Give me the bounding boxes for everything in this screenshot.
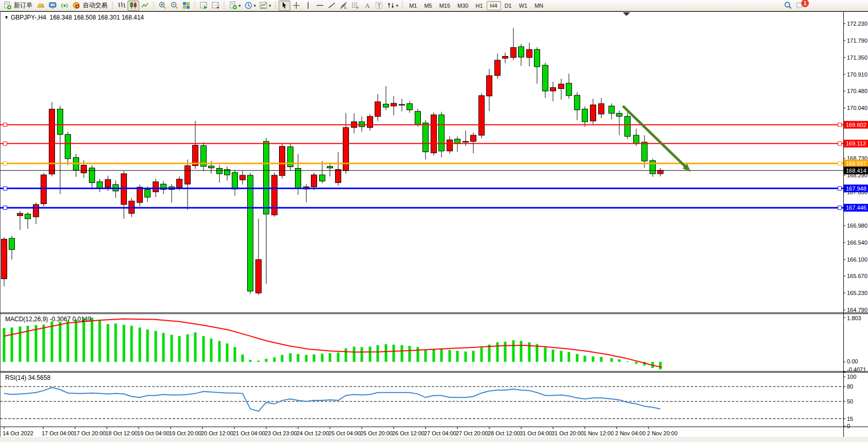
svg-text:T: T: [377, 3, 381, 9]
line-handle[interactable]: [4, 142, 7, 145]
line-chart-button[interactable]: [139, 1, 151, 11]
time-axis-label: 1 Nov 12:00: [583, 430, 614, 436]
macd-histogram-bar: [611, 358, 613, 362]
candle-body: [217, 169, 223, 174]
macd-histogram-bar: [297, 354, 300, 362]
autotrading-button[interactable]: 自动交易: [70, 1, 110, 11]
time-axis-label: 25 Oct 20:00: [360, 430, 393, 436]
chart-title: ▼GBPJPY-,H4 168.348 168.508 168.301 168.…: [4, 14, 144, 21]
chart-canvas[interactable]: 172.230171.790171.350170.910170.480170.0…: [0, 11, 868, 442]
deposit-button[interactable]: [35, 1, 47, 11]
line-handle[interactable]: [4, 206, 7, 210]
zoom-out-button[interactable]: [169, 1, 180, 11]
candle-body: [280, 146, 285, 176]
line-handle[interactable]: [838, 142, 842, 145]
label-button[interactable]: T: [373, 1, 385, 11]
macd-histogram-bar: [19, 326, 22, 362]
timeframe-h1-button[interactable]: H1: [472, 1, 487, 10]
signals-button[interactable]: [59, 1, 70, 11]
cursor-button[interactable]: [279, 1, 290, 11]
time-axis-label: 17 Oct 20:00: [73, 430, 106, 436]
rsi-axis-label: 80: [847, 383, 853, 390]
text-button[interactable]: A: [361, 1, 373, 11]
search-button[interactable]: [782, 1, 794, 11]
period-button[interactable]: ▾: [243, 1, 258, 11]
mql5-community-button[interactable]: [47, 1, 59, 11]
zoom-in-button[interactable]: [157, 1, 169, 11]
timeframe-mn-button[interactable]: MN: [531, 1, 547, 10]
line-handle[interactable]: [838, 206, 842, 210]
rsi-axis-label: 0: [847, 423, 850, 429]
candle-body: [248, 175, 253, 291]
chart-window[interactable]: 172.230171.790171.350170.910170.480170.0…: [0, 11, 868, 442]
candle-body: [471, 135, 476, 141]
line-handle[interactable]: [4, 162, 7, 165]
chart-shift-button[interactable]: [210, 1, 221, 11]
bar-chart-button[interactable]: [116, 1, 127, 11]
vline-button[interactable]: [302, 1, 314, 11]
candle-body: [33, 205, 39, 217]
candle-body: [447, 140, 453, 151]
channel-button[interactable]: E: [338, 1, 349, 11]
timeframe-h4-button[interactable]: H4: [487, 1, 501, 10]
candle-body: [375, 102, 381, 117]
dropdown-arrow-icon[interactable]: ▾: [254, 3, 256, 8]
collapse-icon[interactable]: ▼: [4, 15, 9, 20]
macd-histogram-bar: [265, 359, 268, 362]
timeframe-w1-button[interactable]: W1: [515, 1, 531, 10]
indicators-button[interactable]: ▾: [257, 1, 273, 11]
dropdown-arrow-icon[interactable]: ▾: [269, 3, 271, 8]
time-axis-label: 23 Oct 23:00: [265, 430, 297, 436]
candle-body: [391, 103, 397, 106]
rsi-axis-label: 15: [847, 416, 853, 422]
price-axis-label: 165.230: [847, 290, 867, 296]
time-axis-label: 24 Oct 12:00: [297, 430, 329, 436]
hline-button[interactable]: [314, 1, 326, 11]
candle-body: [367, 116, 373, 127]
channel-icon: E: [339, 1, 348, 10]
candle-body: [431, 115, 437, 153]
auto-scroll-button[interactable]: [198, 1, 210, 11]
fibonacci-button[interactable]: F: [349, 1, 361, 11]
time-axis-label: 21 Oct 04:00: [233, 430, 265, 436]
candle-body: [590, 105, 596, 121]
line-handle[interactable]: [838, 123, 842, 126]
svg-text:F: F: [357, 6, 359, 10]
trendline-icon: [327, 1, 336, 10]
macd-axis-label: 1.803: [847, 315, 861, 321]
new-chart-icon: [229, 1, 237, 10]
crosshair-icon: [292, 1, 301, 10]
timeframe-m30-button[interactable]: M30: [454, 1, 472, 10]
timeframe-m1-button[interactable]: M1: [405, 1, 420, 10]
dropdown-arrow-icon[interactable]: ▾: [238, 3, 241, 8]
timeframe-m15-button[interactable]: M15: [436, 1, 454, 10]
price-axis-label: 166.540: [847, 240, 867, 246]
candle-body: [534, 49, 540, 67]
new-order-button[interactable]: 新订单: [2, 1, 35, 11]
trendline-button[interactable]: [326, 1, 338, 11]
line-handle[interactable]: [4, 187, 7, 190]
timeframe-m5-button[interactable]: M5: [420, 1, 435, 10]
notifications-button[interactable]: 1: [794, 1, 810, 11]
toolbar-grip: [223, 2, 226, 10]
crosshair-button[interactable]: [290, 1, 302, 11]
candle-body: [625, 116, 631, 136]
candlestick-chart-button[interactable]: [127, 1, 139, 11]
line-handle[interactable]: [4, 123, 7, 126]
new-chart-button[interactable]: ▾: [227, 1, 243, 11]
price-axis-label: 172.230: [847, 21, 867, 27]
candle-body: [58, 109, 63, 134]
dropdown-arrow-icon[interactable]: ▾: [396, 3, 399, 8]
tile-windows-button[interactable]: [180, 1, 192, 11]
macd-histogram-bar: [249, 360, 252, 362]
macd-histogram-bar: [313, 355, 316, 362]
candle-body: [145, 190, 151, 197]
macd-histogram-bar: [329, 353, 331, 362]
shapes-button[interactable]: ▾: [385, 1, 400, 11]
macd-histogram-bar: [83, 318, 85, 362]
toolbar-grip: [152, 2, 156, 10]
line-handle[interactable]: [838, 187, 842, 190]
timeframe-d1-button[interactable]: D1: [501, 1, 515, 10]
zoom-out-icon: [170, 1, 179, 10]
line-handle[interactable]: [838, 162, 842, 165]
